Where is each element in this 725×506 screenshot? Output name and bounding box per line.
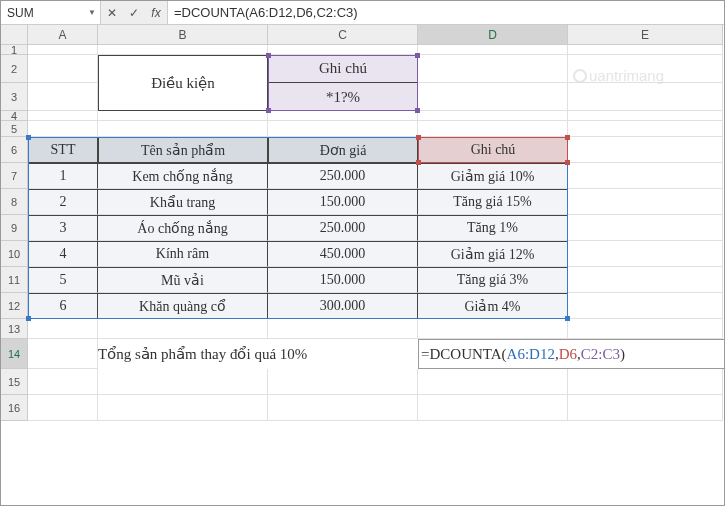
table-cell-r4-D[interactable]: Giảm giá 12% [418,241,568,267]
table-cell-r2-C[interactable]: 150.000 [268,189,418,215]
table-cell-r6-B[interactable]: Khăn quàng cổ [98,293,268,319]
cell-E11[interactable] [568,267,723,293]
row-header-4[interactable]: 4 [1,111,27,121]
column-header-E[interactable]: E [568,25,723,44]
row-header-3[interactable]: 3 [1,83,27,111]
row-header-5[interactable]: 5 [1,121,27,137]
cell-A16[interactable] [28,395,98,421]
cell-A4[interactable] [28,111,98,121]
row-header-8[interactable]: 8 [1,189,27,215]
table-cell-r2-A[interactable]: 2 [28,189,98,215]
cell-E15[interactable] [568,369,723,395]
table-cell-r3-C[interactable]: 250.000 [268,215,418,241]
cell-E1[interactable] [568,45,723,55]
cell-B1[interactable] [98,45,268,55]
cell-B2[interactable] [98,55,268,83]
table-cell-r1-B[interactable]: Kem chống nắng [98,163,268,189]
cell-B13[interactable] [98,319,268,339]
cell-A5[interactable] [28,121,98,137]
criteria-header-cell[interactable]: Ghi chú [269,55,417,83]
name-box-dropdown-icon[interactable]: ▼ [88,8,96,17]
table-cell-r4-A[interactable]: 4 [28,241,98,267]
table-cell-r1-D[interactable]: Giảm giá 10% [418,163,568,189]
cell-A15[interactable] [28,369,98,395]
table-cell-r1-C[interactable]: 250.000 [268,163,418,189]
table-cell-r1-A[interactable]: 1 [28,163,98,189]
table-cell-r3-B[interactable]: Áo chống nắng [98,215,268,241]
table-cell-r4-B[interactable]: Kính râm [98,241,268,267]
cell-B4[interactable] [98,111,268,121]
table-cell-r2-B[interactable]: Khẩu trang [98,189,268,215]
table-cell-r6-D[interactable]: Giảm 4% [418,293,568,319]
cell-E16[interactable] [568,395,723,421]
table-cell-r6-C[interactable]: 300.000 [268,293,418,319]
table-cell-r5-C[interactable]: 150.000 [268,267,418,293]
cell-E12[interactable] [568,293,723,319]
cell-E4[interactable] [568,111,723,121]
table-header-C[interactable]: Đơn giá [268,137,418,163]
cell-A13[interactable] [28,319,98,339]
row-header-2[interactable]: 2 [1,55,27,83]
cell-E9[interactable] [568,215,723,241]
column-header-B[interactable]: B [98,25,268,44]
cell-E2[interactable] [568,55,723,83]
cell-B16[interactable] [98,395,268,421]
table-cell-r5-D[interactable]: Tăng giá 3% [418,267,568,293]
cell-D5[interactable] [418,121,568,137]
cell-C13[interactable] [268,319,418,339]
cell-B5[interactable] [98,121,268,137]
table-cell-r6-A[interactable]: 6 [28,293,98,319]
cell-C5[interactable] [268,121,418,137]
cell-A2[interactable] [28,55,98,83]
cell-D3[interactable] [418,83,568,111]
cell-A1[interactable] [28,45,98,55]
cell-C4[interactable] [268,111,418,121]
cell-E5[interactable] [568,121,723,137]
row-header-6[interactable]: 6 [1,137,27,163]
table-cell-r5-A[interactable]: 5 [28,267,98,293]
cell-C1[interactable] [268,45,418,55]
cell-D2[interactable] [418,55,568,83]
cell-D15[interactable] [418,369,568,395]
cell-E3[interactable] [568,83,723,111]
row-header-15[interactable]: 15 [1,369,27,395]
row-header-1[interactable]: 1 [1,45,27,55]
column-header-D[interactable]: D [418,25,568,44]
active-editing-cell[interactable]: =DCOUNTA(A6:D12,D6,C2:C3) [418,339,725,369]
table-header-A[interactable]: STT [28,137,98,163]
cell-E10[interactable] [568,241,723,267]
table-header-B[interactable]: Tên sản phẩm [98,137,268,163]
cell-A14[interactable] [28,339,98,369]
cell-A3[interactable] [28,83,98,111]
row-header-14[interactable]: 14 [1,339,27,369]
name-box[interactable]: SUM ▼ [1,1,101,24]
cancel-button[interactable]: ✕ [101,6,123,20]
column-header-A[interactable]: A [28,25,98,44]
row-header-12[interactable]: 12 [1,293,27,319]
cell-D13[interactable] [418,319,568,339]
row-header-11[interactable]: 11 [1,267,27,293]
cell-E6[interactable] [568,137,723,163]
row-header-16[interactable]: 16 [1,395,27,421]
row-header-9[interactable]: 9 [1,215,27,241]
formula-bar[interactable]: =DCOUNTA(A6:D12,D6,C2:C3) [168,1,724,24]
summary-label[interactable]: Tổng sản phẩm thay đổi quá 10% [98,339,418,369]
row-header-13[interactable]: 13 [1,319,27,339]
table-cell-r3-D[interactable]: Tăng 1% [418,215,568,241]
cells-area[interactable]: Điều kiệnGhi chú*1?%STTTên sản phẩmĐơn g… [28,45,723,421]
table-cell-r4-C[interactable]: 450.000 [268,241,418,267]
row-header-10[interactable]: 10 [1,241,27,267]
criteria-value-cell[interactable]: *1?% [269,83,417,111]
column-header-C[interactable]: C [268,25,418,44]
table-cell-r3-A[interactable]: 3 [28,215,98,241]
fx-button[interactable]: fx [145,6,167,20]
cell-E13[interactable] [568,319,723,339]
table-cell-r5-B[interactable]: Mũ vải [98,267,268,293]
cell-B3[interactable] [98,83,268,111]
cell-B15[interactable] [98,369,268,395]
table-header-D[interactable]: Ghi chú [418,137,568,163]
cell-D16[interactable] [418,395,568,421]
cell-E7[interactable] [568,163,723,189]
cell-E8[interactable] [568,189,723,215]
table-cell-r2-D[interactable]: Tăng giá 15% [418,189,568,215]
